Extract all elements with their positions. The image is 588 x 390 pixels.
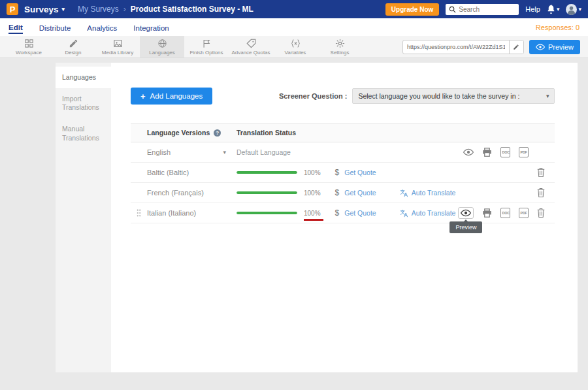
toolbar-item-settings[interactable]: Settings — [318, 36, 362, 57]
toolbar-item-label: Media Library — [102, 50, 133, 56]
toolbar-item-label: Advance Quotas — [231, 50, 270, 56]
dollar-icon[interactable]: $ — [335, 168, 340, 177]
page-title: Product Satisfaction Survey - ML — [131, 5, 253, 14]
help-circle-icon[interactable]: ? — [214, 129, 221, 137]
surveys-menu[interactable]: Surveys ▾ — [24, 5, 65, 14]
toolbar-right: Preview — [402, 36, 588, 57]
dollar-icon[interactable]: $ — [335, 208, 340, 218]
col-language-versions: Language Versions — [147, 129, 210, 137]
translate-icon — [400, 209, 408, 218]
get-quote-link[interactable]: Get Quote — [344, 169, 376, 176]
export-doc-icon[interactable]: DOC — [500, 208, 510, 218]
sidebar-item-languages[interactable]: Languages — [56, 67, 111, 88]
search-input[interactable] — [459, 6, 515, 13]
get-quote-link[interactable]: Get Quote — [344, 189, 376, 197]
toolbar-item-languages[interactable]: Languages — [140, 36, 184, 57]
language-dropdown-english[interactable]: English ▾ — [147, 148, 237, 156]
tab-analytics[interactable]: Analytics — [87, 22, 117, 33]
help-link[interactable]: Help — [525, 5, 540, 13]
language-name: Italian (Italiano) — [147, 209, 196, 217]
eye-icon — [536, 44, 545, 50]
notifications-menu[interactable]: ▾ — [547, 5, 560, 14]
table-header: Language Versions ? Translation Status — [131, 123, 555, 142]
table-row-english: English ▾ Default Language — [131, 142, 555, 163]
topbar-right: Upgrade Now Help ▾ ▾ — [385, 3, 581, 16]
responses-count: Responses: 0 — [536, 24, 580, 31]
toolbar-item-label: Design — [65, 50, 82, 56]
annotation-underline — [304, 219, 323, 221]
panel-controls: + Add Languages Screener Question : Sele… — [131, 88, 555, 105]
translation-percent: 100% — [304, 169, 321, 176]
table-row-baltic: Baltic (Baltic) 100% $ Get Quote — [131, 163, 555, 183]
account-menu[interactable]: ▾ — [566, 4, 581, 15]
sidebar-item-import-translations[interactable]: Import Translations — [56, 88, 111, 118]
variables-icon — [291, 39, 301, 48]
breadcrumb-my-surveys[interactable]: My Surveys — [78, 5, 119, 14]
surveys-menu-label: Surveys — [24, 5, 59, 14]
add-languages-button[interactable]: + Add Languages — [131, 88, 212, 105]
chevron-down-icon: ▾ — [578, 7, 581, 12]
toolbar-item-label: Finish Options — [189, 50, 223, 56]
print-icon[interactable] — [482, 148, 492, 157]
questionpro-logo[interactable]: P — [7, 3, 18, 15]
page: P Surveys ▾ My Surveys › Product Satisfa… — [0, 0, 588, 390]
dollar-icon[interactable]: $ — [335, 188, 340, 197]
delete-language-icon[interactable] — [537, 188, 545, 197]
upgrade-now-button[interactable]: Upgrade Now — [385, 3, 439, 16]
plus-icon: + — [140, 91, 146, 101]
chevron-down-icon: ▾ — [546, 93, 549, 99]
delete-language-icon[interactable] — [537, 208, 545, 218]
table-row-italian: Italian (Italiano) 100% $ Get Quote — [131, 203, 555, 223]
toolbar-item-design[interactable]: Design — [51, 36, 95, 57]
edit-url-button[interactable] — [509, 41, 523, 54]
workspace-icon — [24, 39, 34, 48]
auto-translate-link[interactable]: Auto Translate — [400, 209, 456, 218]
toolbar-item-variables[interactable]: Variables — [273, 36, 318, 57]
search-box[interactable] — [446, 4, 519, 15]
languages-panel: + Add Languages Screener Question : Sele… — [111, 63, 578, 372]
chevron-down-icon: ▾ — [223, 150, 226, 155]
print-icon[interactable] — [482, 208, 492, 218]
export-pdf-icon[interactable]: PDF — [519, 147, 529, 157]
section-tabbar: Edit Distribute Analytics Integration Re… — [0, 18, 588, 36]
preview-eye-icon[interactable]: Preview — [458, 207, 474, 219]
translation-percent: 100% — [304, 189, 321, 197]
translate-icon — [400, 189, 408, 197]
survey-url-input[interactable] — [403, 44, 509, 50]
auto-translate-link[interactable]: Auto Translate — [400, 189, 456, 197]
preview-button[interactable]: Preview — [529, 40, 580, 54]
delete-language-icon[interactable] — [537, 168, 545, 177]
translation-progress-bar — [237, 191, 297, 194]
get-quote-link[interactable]: Get Quote — [344, 209, 376, 217]
auto-translate-label: Auto Translate — [412, 209, 456, 217]
preview-tooltip: Preview — [449, 221, 482, 233]
col-translation-status: Translation Status — [237, 129, 296, 137]
tab-integration[interactable]: Integration — [133, 22, 169, 33]
export-doc-icon[interactable]: DOC — [500, 147, 510, 157]
preview-button-label: Preview — [548, 43, 574, 51]
screener-question-select[interactable]: Select language you would like to take t… — [352, 88, 555, 104]
tab-distribute[interactable]: Distribute — [39, 22, 71, 33]
table-row-french: French (Français) 100% $ Get Quote Auto … — [131, 183, 555, 203]
content-area: Languages Import Translations Manual Tra… — [0, 58, 588, 390]
language-name: English — [147, 148, 171, 156]
toolbar-item-media-library[interactable]: Media Library — [95, 36, 140, 57]
search-icon — [449, 6, 456, 13]
toolbar-item-advance-quotas[interactable]: Advance Quotas — [229, 36, 273, 57]
drag-handle[interactable] — [137, 209, 141, 217]
bell-icon — [547, 5, 555, 14]
language-name: Baltic (Baltic) — [147, 169, 189, 176]
media-library-icon — [113, 39, 123, 48]
preview-eye-icon[interactable] — [463, 148, 474, 156]
toolbar-item-workspace[interactable]: Workspace — [7, 36, 51, 57]
translation-progress-bar — [237, 212, 297, 214]
toolbar-item-label: Settings — [331, 50, 350, 56]
sidebar-item-manual-translations[interactable]: Manual Translations — [56, 118, 111, 148]
survey-url-box — [402, 40, 524, 54]
export-pdf-icon[interactable]: PDF — [519, 208, 529, 218]
toolbar-item-label: Variables — [285, 50, 306, 56]
tab-edit[interactable]: Edit — [8, 21, 23, 34]
toolbar-item-finish-options[interactable]: Finish Options — [184, 36, 229, 57]
screener-question-value: Select language you would like to take t… — [358, 92, 519, 100]
pencil-icon — [513, 44, 519, 50]
